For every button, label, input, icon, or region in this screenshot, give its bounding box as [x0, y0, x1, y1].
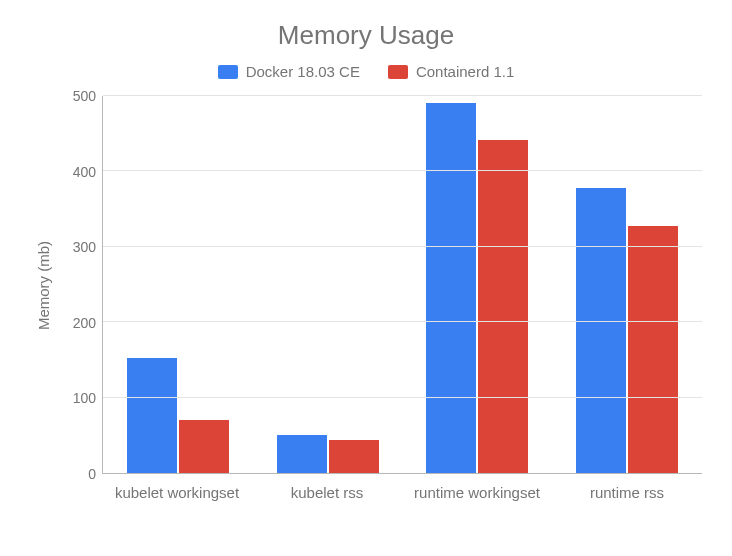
gridline: [103, 246, 702, 247]
legend-swatch-0: [218, 65, 238, 79]
ylabel-wrap: Memory (mb): [30, 96, 58, 474]
legend-swatch-1: [388, 65, 408, 79]
y-tick: 500: [73, 88, 96, 104]
bar-group: [253, 96, 403, 473]
y-tick: 300: [73, 239, 96, 255]
y-tick: 400: [73, 164, 96, 180]
x-tick: runtime rss: [552, 484, 702, 501]
bar: [179, 420, 229, 473]
plot-area: [102, 96, 702, 474]
chart-title: Memory Usage: [30, 20, 702, 51]
bars-layer: [103, 96, 702, 473]
x-axis: kubelet workingsetkubelet rssruntime wor…: [102, 484, 702, 501]
legend-label-1: Containerd 1.1: [416, 63, 514, 80]
legend: Docker 18.03 CE Containerd 1.1: [30, 63, 702, 80]
bar-group: [403, 96, 553, 473]
bar: [277, 435, 327, 473]
bar: [426, 103, 476, 473]
bar: [628, 226, 678, 473]
gridline: [103, 170, 702, 171]
gridline: [103, 321, 702, 322]
bar: [127, 358, 177, 473]
bar-group: [552, 96, 702, 473]
y-axis-label: Memory (mb): [36, 240, 53, 329]
legend-item-1: Containerd 1.1: [388, 63, 514, 80]
x-tick: kubelet workingset: [102, 484, 252, 501]
x-tick: runtime workingset: [402, 484, 552, 501]
y-tick: 0: [88, 466, 96, 482]
bar: [576, 188, 626, 473]
gridline: [103, 95, 702, 96]
y-tick: 200: [73, 315, 96, 331]
y-axis: 0100200300400500: [58, 96, 102, 474]
gridline: [103, 397, 702, 398]
bar-group: [103, 96, 253, 473]
legend-item-0: Docker 18.03 CE: [218, 63, 360, 80]
legend-label-0: Docker 18.03 CE: [246, 63, 360, 80]
y-tick: 100: [73, 390, 96, 406]
plot-row: Memory (mb) 0100200300400500: [30, 96, 702, 474]
bar: [329, 440, 379, 473]
chart-container: Memory Usage Docker 18.03 CE Containerd …: [0, 0, 732, 556]
x-tick: kubelet rss: [252, 484, 402, 501]
bar: [478, 140, 528, 473]
